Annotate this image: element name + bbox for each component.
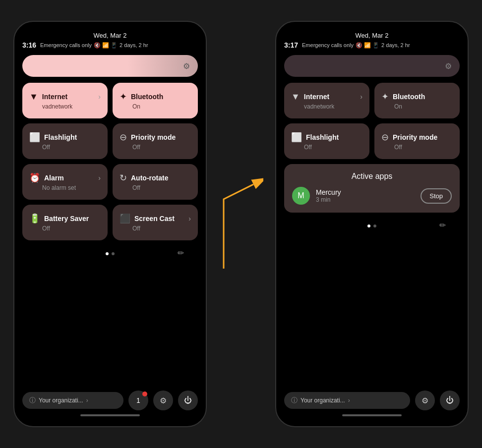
bluetooth-sub: On bbox=[132, 103, 191, 110]
active-apps-title: Active apps bbox=[292, 172, 452, 181]
brightness-slider-2[interactable]: ⚙ bbox=[284, 55, 460, 77]
settings-button-2[interactable]: ⚙ bbox=[415, 391, 435, 410]
notification-button-1[interactable]: 1 bbox=[128, 391, 148, 410]
screencast-label: Screen Cast bbox=[134, 215, 175, 223]
mercury-icon: M bbox=[292, 187, 310, 205]
internet-label: Internet bbox=[42, 93, 67, 101]
internet-label-2: Internet bbox=[304, 93, 329, 101]
app-name: Mercury bbox=[316, 188, 415, 196]
brightness-icon-1: ⚙ bbox=[183, 61, 190, 71]
alarm-icon: ⏰ bbox=[29, 172, 40, 183]
org-text-1: Your organizati... bbox=[39, 397, 83, 404]
dot-1 bbox=[106, 252, 109, 255]
stop-button[interactable]: Stop bbox=[421, 188, 452, 204]
time-1: 3:16 bbox=[22, 41, 36, 49]
rotate-icon: ↻ bbox=[120, 172, 127, 183]
tile-internet-2[interactable]: ▼ Internet › vadnetwork bbox=[284, 83, 369, 118]
wifi-icon-2: ▼ bbox=[291, 92, 300, 102]
battery-label: Battery Saver bbox=[44, 215, 89, 223]
autorotate-sub: Off bbox=[132, 184, 191, 191]
app-row: M Mercury 3 min Stop bbox=[292, 187, 452, 205]
alarm-sub: No alarm set bbox=[42, 184, 101, 191]
arrow-svg bbox=[219, 169, 263, 279]
autorotate-label: Auto-rotate bbox=[131, 174, 168, 182]
dot-2-1 bbox=[367, 224, 370, 227]
org-chevron-1: › bbox=[86, 397, 88, 404]
tile-autorotate-1[interactable]: ↻ Auto-rotate Off bbox=[113, 164, 198, 200]
internet-sub-2: vadnetwork bbox=[304, 103, 362, 110]
priority-label: Priority mode bbox=[131, 133, 176, 141]
power-icon-1: ⏻ bbox=[184, 396, 192, 405]
tile-priority-1[interactable]: ⊖ Priority mode Off bbox=[113, 123, 198, 159]
settings-icon-1: ⚙ bbox=[160, 396, 167, 405]
brightness-icon-2: ⚙ bbox=[445, 61, 452, 71]
dot-2-2 bbox=[373, 224, 376, 227]
app-info: Mercury 3 min bbox=[316, 188, 415, 203]
phone-1: Wed, Mar 2 3:16 Emergency calls only 🔇 📶… bbox=[13, 21, 207, 427]
bluetooth-sub-2: On bbox=[394, 103, 453, 110]
priority-label-2: Priority mode bbox=[393, 133, 437, 141]
arrow-container bbox=[219, 169, 263, 279]
wifi-icon: ▼ bbox=[29, 92, 38, 102]
page-indicator-2: ✏ bbox=[284, 221, 460, 229]
org-chevron-2: › bbox=[348, 397, 350, 404]
status-bar-2: Wed, Mar 2 3:17 Emergency calls only 🔇 📶… bbox=[284, 32, 460, 49]
battery-icon: 🔋 bbox=[29, 213, 40, 224]
alarm-chevron: › bbox=[98, 174, 101, 182]
tile-bluetooth-2[interactable]: ✦ Bluetooth On bbox=[374, 83, 460, 118]
flashlight-icon: ⬜ bbox=[29, 132, 40, 143]
cast-icon: ⬛ bbox=[120, 213, 130, 224]
phone-2: Wed, Mar 2 3:17 Emergency calls only 🔇 📶… bbox=[275, 21, 469, 427]
bottom-bar-2: ⓘ Your organizati... › ⚙ ⏻ bbox=[284, 391, 460, 410]
tile-screencast-1[interactable]: ⬛ Screen Cast › Off bbox=[113, 205, 198, 240]
tile-flashlight-2[interactable]: ⬜ Flashlight Off bbox=[284, 123, 369, 159]
priority-icon: ⊖ bbox=[120, 132, 127, 143]
tile-internet-1[interactable]: ▼ Internet › vadnetwork bbox=[22, 83, 108, 118]
power-icon-2: ⏻ bbox=[446, 396, 454, 405]
status-icons-2: Emergency calls only 🔇 📶 📱 2 days, 2 hr bbox=[302, 42, 410, 49]
screenshot-container: Wed, Mar 2 3:16 Emergency calls only 🔇 📶… bbox=[13, 21, 469, 427]
org-button-1[interactable]: ⓘ Your organizati... › bbox=[22, 392, 123, 409]
tiles-grid-2: ▼ Internet › vadnetwork ✦ Bluetooth On bbox=[284, 83, 460, 159]
tile-flashlight-1[interactable]: ⬜ Flashlight Off bbox=[22, 123, 108, 159]
flashlight-sub-2: Off bbox=[304, 144, 362, 151]
flashlight-label-2: Flashlight bbox=[306, 133, 339, 141]
org-button-2[interactable]: ⓘ Your organizati... › bbox=[284, 392, 410, 409]
tile-alarm-1[interactable]: ⏰ Alarm › No alarm set bbox=[22, 164, 108, 200]
settings-button-1[interactable]: ⚙ bbox=[153, 391, 173, 410]
tile-bluetooth-1[interactable]: ✦ Bluetooth On bbox=[113, 83, 198, 118]
brightness-slider-1[interactable]: ⚙ bbox=[22, 55, 198, 77]
flashlight-icon-2: ⬜ bbox=[291, 132, 302, 143]
notification-number-1: 1 bbox=[136, 396, 140, 404]
bluetooth-label: Bluetooth bbox=[131, 93, 163, 101]
time-2: 3:17 bbox=[284, 41, 298, 49]
org-text-2: Your organizati... bbox=[301, 397, 345, 404]
dot-2 bbox=[112, 252, 115, 255]
tiles-grid-1: ▼ Internet › vadnetwork ✦ Bluetooth On bbox=[22, 83, 198, 240]
priority-sub: Off bbox=[132, 144, 191, 151]
edit-icon-2[interactable]: ✏ bbox=[439, 221, 446, 230]
active-apps-panel: Active apps M Mercury 3 min Stop bbox=[284, 164, 460, 213]
flashlight-label: Flashlight bbox=[44, 133, 77, 141]
alarm-label: Alarm bbox=[44, 174, 64, 182]
date-2: Wed, Mar 2 bbox=[284, 32, 460, 39]
status-icons-1: Emergency calls only 🔇 📶 📱 2 days, 2 hr bbox=[40, 42, 148, 49]
edit-icon-1[interactable]: ✏ bbox=[178, 248, 184, 258]
chevron-icon-2: › bbox=[360, 93, 362, 101]
app-time: 3 min bbox=[316, 196, 415, 203]
power-button-1[interactable]: ⏻ bbox=[178, 391, 198, 410]
date-1: Wed, Mar 2 bbox=[22, 32, 198, 39]
tile-priority-2[interactable]: ⊖ Priority mode Off bbox=[374, 123, 460, 159]
time-row-1: 3:16 Emergency calls only 🔇 📶 📱 2 days, … bbox=[22, 41, 198, 49]
power-button-2[interactable]: ⏻ bbox=[440, 391, 460, 410]
tile-battery-1[interactable]: 🔋 Battery Saver Off bbox=[22, 205, 108, 240]
priority-sub-2: Off bbox=[394, 144, 453, 151]
flashlight-sub: Off bbox=[42, 144, 101, 151]
info-icon-2: ⓘ bbox=[291, 396, 298, 405]
bluetooth-icon: ✦ bbox=[120, 91, 127, 102]
home-indicator-1 bbox=[80, 414, 140, 416]
chevron-icon: › bbox=[98, 93, 101, 101]
bluetooth-icon-2: ✦ bbox=[381, 91, 389, 102]
screencast-sub: Off bbox=[132, 225, 191, 232]
page-indicator-1: ✏ bbox=[22, 248, 198, 257]
